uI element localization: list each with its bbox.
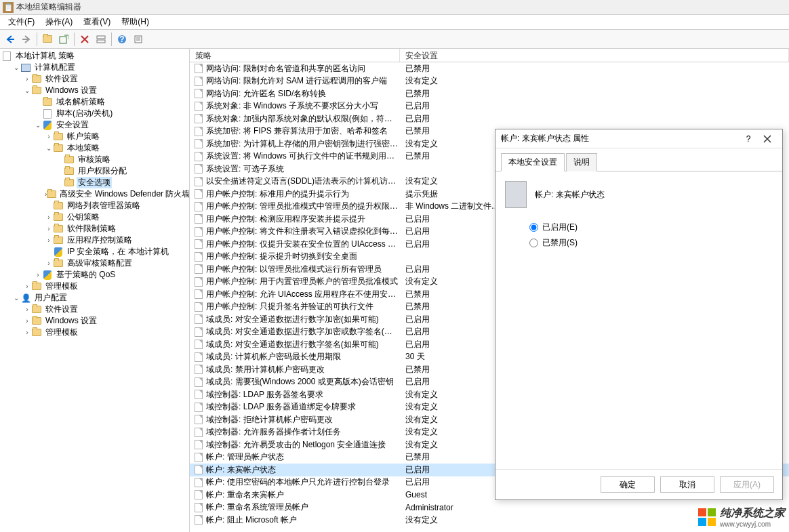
cancel-button[interactable]: 取消 — [660, 476, 714, 493]
help-button[interactable]: ? — [739, 131, 758, 146]
properties-button[interactable] — [131, 32, 146, 47]
apply-button[interactable]: 应用(A) — [720, 476, 774, 493]
expand-icon[interactable]: › — [23, 306, 31, 313]
tree-local-pol[interactable]: ⌄本地策略 — [45, 142, 188, 154]
policy-icon — [193, 139, 205, 148]
tree-user-rights[interactable]: 用户权限分配 — [56, 165, 188, 177]
policy-setting: 已禁用 — [400, 88, 789, 100]
tree-netlist[interactable]: 网络列表管理器策略 — [45, 200, 188, 211]
policy-row[interactable]: 系统对象: 非 Windows 子系统不要求区分大小写已启用 — [190, 100, 789, 113]
tree-user-config[interactable]: ⌄👤用户配置 — [12, 292, 188, 304]
delete-button[interactable] — [77, 32, 92, 47]
tree-computer-config[interactable]: ⌄计算机配置 — [12, 62, 188, 73]
close-button[interactable] — [758, 131, 777, 146]
tree-qos[interactable]: ›基于策略的 QoS — [34, 269, 188, 281]
expand-icon[interactable]: › — [23, 329, 31, 336]
expand-icon[interactable]: › — [23, 75, 31, 83]
tree-pubkey[interactable]: ›公钥策略 — [45, 211, 188, 223]
tree-ipsec[interactable]: IP 安全策略，在 本地计算机 — [45, 246, 188, 258]
menu-action[interactable]: 操作(A) — [40, 15, 78, 29]
expand-icon[interactable]: › — [45, 133, 53, 140]
tree-scripts[interactable]: 脚本(启动/关机) — [34, 108, 188, 119]
export-button[interactable] — [56, 32, 71, 47]
watermark: 纯净系统之家 www.ycwyyj.com — [698, 506, 785, 528]
tree-account-pol[interactable]: ›帐户策略 — [45, 131, 188, 142]
toolbar-sep — [111, 33, 112, 46]
expand-icon[interactable]: › — [23, 317, 31, 325]
col-policy[interactable]: 策略 — [190, 49, 400, 62]
radio-disabled-input[interactable] — [529, 239, 538, 247]
policy-name: 用户帐户控制: 管理员批准模式中管理员的提升权限提示的... — [205, 201, 400, 212]
menu-view[interactable]: 查看(V) — [78, 15, 116, 29]
tree-root[interactable]: 本地计算机 策略 — [1, 50, 188, 62]
expand-icon[interactable]: › — [45, 213, 53, 221]
tree-u-software[interactable]: ›软件设置 — [23, 304, 188, 315]
folder-icon — [53, 143, 64, 154]
menu-help[interactable]: 帮助(H) — [116, 15, 155, 29]
policy-icon — [193, 453, 205, 462]
scroll-icon — [42, 108, 53, 119]
help-button[interactable]: ? — [115, 32, 129, 47]
forward-button[interactable] — [19, 32, 34, 47]
radio-disabled[interactable]: 已禁用(S) — [529, 237, 773, 249]
list-header: 策略 安全设置 — [190, 49, 789, 62]
policy-setting: 已启用 — [400, 100, 789, 112]
tree-adv-audit[interactable]: ›高级审核策略配置 — [45, 258, 188, 269]
policy-row[interactable]: 网络访问: 限制允许对 SAM 进行远程调用的客户端没有定义 — [190, 75, 789, 88]
collapse-icon[interactable]: ⌄ — [45, 144, 53, 152]
tree-audit[interactable]: 审核策略 — [56, 154, 188, 165]
expand-icon[interactable]: › — [34, 271, 42, 279]
tree-app-control[interactable]: ›应用程序控制策略 — [45, 234, 188, 246]
policy-name: 帐户: 使用空密码的本地帐户只允许进行控制台登录 — [205, 476, 400, 488]
policy-row[interactable]: 网络访问: 允许匿名 SID/名称转换已禁用 — [190, 87, 789, 100]
policy-setting: 已禁用 — [400, 63, 789, 75]
expand-icon[interactable]: › — [45, 237, 53, 244]
tree-security-options[interactable]: 安全选项 — [56, 177, 188, 188]
tree-software-restrict[interactable]: ›软件限制策略 — [45, 223, 188, 234]
radio-enabled[interactable]: 已启用(E) — [529, 222, 773, 233]
folder-icon — [31, 327, 42, 338]
dialog-title: 帐户: 来宾帐户状态 属性 — [501, 133, 739, 144]
expand-icon[interactable]: › — [45, 225, 53, 232]
ok-button[interactable]: 确定 — [601, 476, 655, 493]
tree-windows-settings[interactable]: ⌄Windows 设置 — [23, 85, 188, 96]
tab-local-security[interactable]: 本地安全设置 — [501, 153, 565, 171]
expand-icon[interactable]: › — [23, 283, 31, 290]
expand-icon[interactable]: › — [45, 260, 53, 267]
tree-admin-templates[interactable]: ›管理模板 — [23, 281, 188, 292]
folder-icon — [53, 212, 64, 223]
folder-icon — [53, 224, 64, 234]
tree-u-admin[interactable]: ›管理模板 — [23, 327, 188, 338]
policy-setting: 已启用 — [400, 113, 789, 125]
tree-defender[interactable]: ›高级安全 Windows Defender 防火墙 — [45, 188, 188, 200]
tree-u-windows[interactable]: ›Windows 设置 — [23, 315, 188, 327]
up-button[interactable] — [40, 32, 55, 47]
policy-icon — [193, 490, 205, 499]
back-button[interactable] — [3, 32, 18, 47]
tree-security[interactable]: ⌄安全设置 — [34, 119, 188, 131]
policy-heading: 帐户: 来宾帐户状态 — [535, 189, 605, 201]
doc-icon — [1, 51, 12, 62]
policy-name: 网络访问: 限制对命名管道和共享的匿名访问 — [205, 63, 400, 75]
folder-icon — [47, 189, 56, 200]
policy-row[interactable]: 系统对象: 加强内部系统对象的默认权限(例如，符号链接)已启用 — [190, 112, 789, 125]
radio-enabled-input[interactable] — [529, 223, 538, 232]
tree-panel[interactable]: 本地计算机 策略 ⌄计算机配置 ›软件设置 ⌄Windows 设置 域名解析策略… — [0, 49, 190, 532]
policy-icon — [193, 252, 205, 262]
svg-rect-1 — [97, 36, 105, 39]
col-setting[interactable]: 安全设置 — [400, 49, 789, 62]
tab-explain[interactable]: 说明 — [566, 153, 597, 171]
folder-icon — [64, 166, 75, 177]
menu-file[interactable]: 文件(F) — [3, 15, 40, 29]
policy-row[interactable]: 网络访问: 限制对命名管道和共享的匿名访问已禁用 — [190, 62, 789, 75]
collapse-icon[interactable]: ⌄ — [12, 64, 20, 71]
collapse-icon[interactable]: ⌄ — [12, 294, 20, 302]
collapse-icon[interactable]: ⌄ — [34, 121, 42, 129]
tree-software[interactable]: ›软件设置 — [23, 73, 188, 85]
filter-button[interactable] — [94, 32, 108, 47]
tree-name-res[interactable]: 域名解析策略 — [34, 96, 188, 108]
policy-name: 域成员: 对安全通道数据进行数字加密(如果可能) — [205, 314, 400, 325]
policy-icon — [193, 177, 205, 186]
policy-icon — [193, 277, 205, 287]
collapse-icon[interactable]: ⌄ — [23, 87, 31, 94]
